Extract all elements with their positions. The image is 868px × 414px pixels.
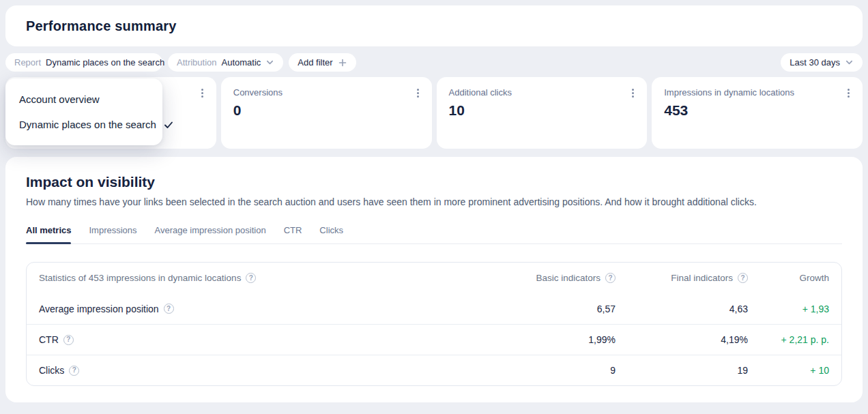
kebab-menu-icon[interactable] <box>199 87 205 100</box>
metric-name: CTR <box>39 334 59 345</box>
performance-summary-page: Performance summary Report Dynamic place… <box>0 0 868 414</box>
table-row: CTR ? 1,99% 4,19% + 2,21 p. p. <box>27 324 841 355</box>
help-icon[interactable]: ? <box>738 273 748 283</box>
metric-name: Clicks <box>39 365 64 376</box>
checkmark-icon <box>163 119 174 130</box>
metric-label: Impressions in dynamic locations <box>664 87 850 98</box>
add-filter-button[interactable]: Add filter <box>289 53 356 72</box>
metric-card-conversions: Conversions 0 <box>221 77 432 149</box>
report-dropdown-menu: Account overview Dynamic places on the s… <box>5 78 162 145</box>
table-row: Clicks ? 9 19 + 10 <box>27 355 841 385</box>
tab-ctr[interactable]: CTR <box>284 225 302 243</box>
kebab-menu-icon[interactable] <box>630 87 636 100</box>
metric-value: 0 <box>233 102 420 119</box>
final-value: 4,19% <box>616 334 748 345</box>
kebab-menu-icon[interactable] <box>415 87 421 100</box>
metric-value: 10 <box>449 102 635 119</box>
statistics-table: Statistics of 453 impressions in dynamic… <box>26 262 842 386</box>
final-value: 4,63 <box>616 304 748 314</box>
basic-value: 1,99% <box>479 334 616 345</box>
column-header-growth: Growth <box>799 273 829 283</box>
metric-label: Additional clicks <box>449 87 635 98</box>
basic-value: 6,57 <box>479 304 616 314</box>
attribution-filter-dropdown[interactable]: Attribution Automatic <box>168 53 283 72</box>
date-range-dropdown[interactable]: Last 30 days <box>781 53 863 72</box>
tab-all-metrics[interactable]: All metrics <box>26 225 71 243</box>
impact-on-visibility-panel: Impact on visibility How many times have… <box>5 157 863 402</box>
final-value: 19 <box>616 365 748 376</box>
section-description: How many times have your links been sele… <box>26 196 842 207</box>
add-filter-label: Add filter <box>298 57 332 68</box>
date-range-value: Last 30 days <box>790 57 840 68</box>
attribution-filter-value: Automatic <box>222 57 261 68</box>
help-icon[interactable]: ? <box>164 304 174 314</box>
metric-card-impressions-dynamic: Impressions in dynamic locations 453 <box>652 77 863 149</box>
basic-value: 9 <box>479 365 616 376</box>
page-title: Performance summary <box>26 18 177 34</box>
page-header: Performance summary <box>5 5 863 46</box>
metric-value: 453 <box>664 102 850 119</box>
growth-value: + 10 <box>748 365 829 376</box>
table-title: Statistics of 453 impressions in dynamic… <box>39 273 241 283</box>
metric-label: Conversions <box>233 87 420 98</box>
tab-average-impression-position[interactable]: Average impression position <box>155 225 266 243</box>
tab-clicks[interactable]: Clicks <box>319 225 343 243</box>
table-row: Average impression position ? 6,57 4,63 … <box>27 293 841 324</box>
plus-icon <box>338 58 347 68</box>
chevron-down-icon <box>265 58 274 67</box>
help-icon[interactable]: ? <box>605 273 616 283</box>
metrics-tabs: All metrics Impressions Average impressi… <box>26 225 842 244</box>
report-filter-dropdown[interactable]: Report Dynamic places on the search <box>5 53 162 72</box>
growth-value: + 2,21 p. p. <box>748 334 829 345</box>
table-header-row: Statistics of 453 impressions in dynamic… <box>27 263 841 293</box>
metric-name: Average impression position <box>39 304 159 314</box>
report-filter-value: Dynamic places on the search <box>46 57 164 68</box>
dropdown-item-account-overview[interactable]: Account overview <box>5 87 162 112</box>
dropdown-item-label: Account overview <box>19 93 100 105</box>
help-icon[interactable]: ? <box>246 273 256 283</box>
column-header-basic: Basic indicators <box>536 273 601 283</box>
dropdown-item-label: Dynamic places on the search <box>19 119 156 130</box>
help-icon[interactable]: ? <box>63 335 74 345</box>
chevron-down-icon <box>845 58 854 67</box>
dropdown-item-dynamic-places[interactable]: Dynamic places on the search <box>5 112 162 137</box>
metric-card-additional-clicks: Additional clicks 10 <box>437 77 648 149</box>
table-body: Average impression position ? 6,57 4,63 … <box>27 293 841 385</box>
growth-value: + 1,93 <box>748 304 829 314</box>
report-filter-label: Report <box>14 57 41 68</box>
attribution-filter-label: Attribution <box>177 57 217 68</box>
help-icon[interactable]: ? <box>69 366 79 376</box>
tab-impressions[interactable]: Impressions <box>89 225 136 243</box>
column-header-final: Final indicators <box>671 273 733 283</box>
kebab-menu-icon[interactable] <box>845 87 852 100</box>
section-title: Impact on visibility <box>26 174 842 190</box>
filter-bar: Report Dynamic places on the search Attr… <box>5 53 863 72</box>
